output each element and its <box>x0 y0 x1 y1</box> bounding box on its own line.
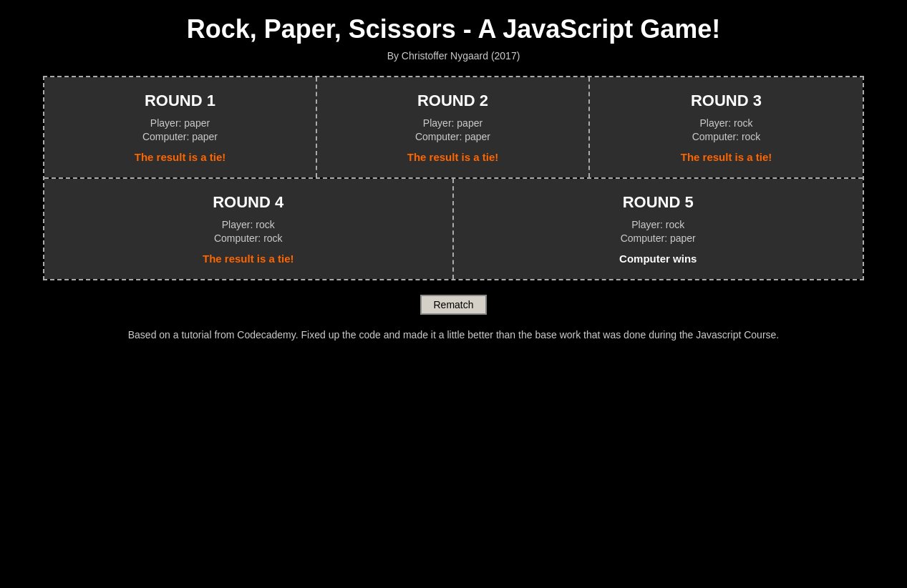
round-1-player: Player: paper <box>59 117 301 129</box>
round-4-result: The result is a tie! <box>59 253 438 265</box>
round-5-cell: ROUND 5 Player: rock Computer: paper Com… <box>454 179 863 279</box>
round-2-player: Player: paper <box>331 117 574 129</box>
round-1-cell: ROUND 1 Player: paper Computer: paper Th… <box>44 77 317 177</box>
round-3-cell: ROUND 3 Player: rock Computer: rock The … <box>590 77 863 177</box>
footer-text: Based on a tutorial from Codecademy. Fix… <box>0 329 907 340</box>
round-4-player: Player: rock <box>59 219 438 230</box>
round-3-result: The result is a tie! <box>604 151 848 163</box>
round-3-title: ROUND 3 <box>604 92 848 110</box>
round-2-result: The result is a tie! <box>331 151 574 163</box>
rounds-bottom-row: ROUND 4 Player: rock Computer: rock The … <box>44 179 863 279</box>
round-1-title: ROUND 1 <box>59 92 301 110</box>
round-4-computer: Computer: rock <box>59 232 438 244</box>
rematch-section: Rematch <box>0 295 907 315</box>
round-2-cell: ROUND 2 Player: paper Computer: paper Th… <box>317 77 590 177</box>
round-5-title: ROUND 5 <box>468 193 849 212</box>
round-4-title: ROUND 4 <box>59 193 438 212</box>
round-5-computer: Computer: paper <box>468 232 849 244</box>
rounds-top-row: ROUND 1 Player: paper Computer: paper Th… <box>44 77 863 179</box>
round-3-computer: Computer: rock <box>604 131 848 142</box>
round-1-result: The result is a tie! <box>59 151 301 163</box>
round-4-cell: ROUND 4 Player: rock Computer: rock The … <box>44 179 454 279</box>
rematch-button[interactable]: Rematch <box>420 295 486 315</box>
page-title: Rock, Paper, Scissors - A JavaScript Gam… <box>0 0 907 50</box>
round-2-computer: Computer: paper <box>331 131 574 142</box>
round-3-player: Player: rock <box>604 117 848 129</box>
round-5-player: Player: rock <box>468 219 849 230</box>
round-1-computer: Computer: paper <box>59 131 301 142</box>
rounds-container: ROUND 1 Player: paper Computer: paper Th… <box>43 76 864 280</box>
round-2-title: ROUND 2 <box>331 92 574 110</box>
round-5-result: Computer wins <box>468 253 849 265</box>
page-subtitle: By Christoffer Nygaard (2017) <box>0 50 907 62</box>
